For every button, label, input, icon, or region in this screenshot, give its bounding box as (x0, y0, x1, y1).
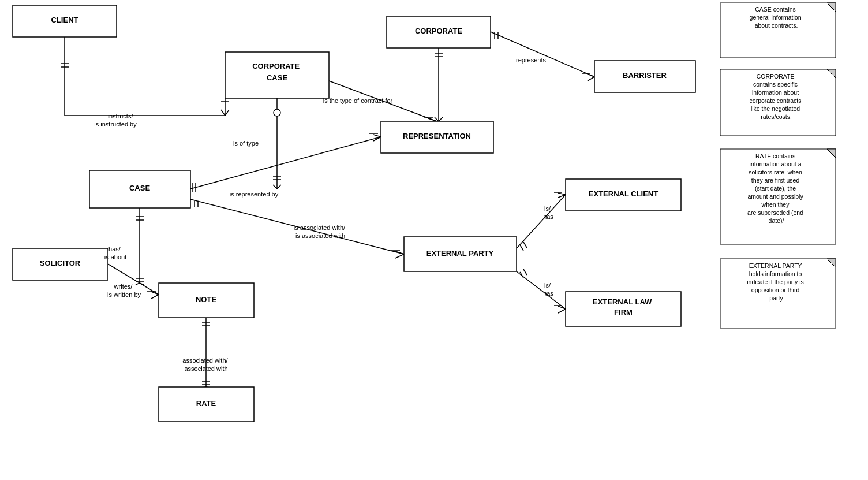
rel-is-of-type: is of type (233, 140, 259, 147)
svg-line-28 (439, 117, 443, 121)
svg-line-46 (395, 254, 404, 258)
rel-is-has-client: is/ has (543, 205, 553, 220)
svg-line-5 (221, 110, 225, 116)
entity-note-label: NOTE (196, 295, 216, 304)
entity-solicitor-label: SOLICITOR (40, 259, 81, 267)
note-case-text: CASE contains general information about … (750, 6, 803, 29)
rel-is-has-firm: is/ has (543, 282, 553, 297)
note-rate-text: RATE contains information about a solici… (747, 152, 805, 224)
rel-type-contract: is the type of contract for (323, 97, 393, 104)
svg-line-64 (151, 295, 159, 299)
svg-line-17 (588, 74, 594, 77)
erd-diagram: CLIENT CORPORATE CASE CORPORATE BARRISTE… (0, 0, 868, 480)
svg-line-32 (373, 135, 381, 137)
entity-representation-label: REPRESENTATION (403, 132, 471, 140)
svg-line-18 (588, 77, 594, 81)
svg-line-49 (520, 245, 523, 251)
svg-line-56 (523, 269, 527, 275)
entity-rate-label: RATE (196, 399, 216, 408)
entity-external-client-label: EXTERNAL CLIENT (589, 189, 658, 198)
svg-line-51 (558, 193, 566, 195)
svg-line-40 (136, 283, 140, 285)
rel-instructs: instructs/ is instructed by (94, 113, 137, 128)
diagram-container: CLIENT CORPORATE CASE CORPORATE BARRISTE… (0, 0, 868, 480)
svg-line-13 (277, 185, 281, 189)
svg-line-12 (273, 185, 277, 189)
rel-associated-with: is associated with/ is associated with (294, 224, 347, 239)
svg-line-29 (190, 137, 381, 189)
entity-client-label: CLIENT (51, 16, 78, 24)
entity-case-label: CASE (129, 184, 150, 192)
svg-line-54 (517, 271, 566, 309)
entity-corporate-label: CORPORATE (415, 27, 462, 35)
rel-represents: represents (516, 57, 546, 64)
svg-point-9 (274, 109, 280, 116)
rel-writes: writes/ is written by (107, 283, 141, 298)
entity-external-party-label: EXTERNAL PARTY (426, 249, 494, 258)
svg-line-60 (108, 264, 159, 295)
svg-line-48 (517, 195, 566, 248)
entity-barrister-label: BARRISTER (623, 71, 667, 80)
rel-represented-by: is represented by (230, 191, 279, 198)
note-external-party-box (720, 259, 836, 328)
svg-line-50 (523, 242, 527, 248)
svg-line-14 (491, 32, 594, 77)
svg-line-58 (558, 309, 566, 313)
svg-line-6 (225, 110, 229, 116)
